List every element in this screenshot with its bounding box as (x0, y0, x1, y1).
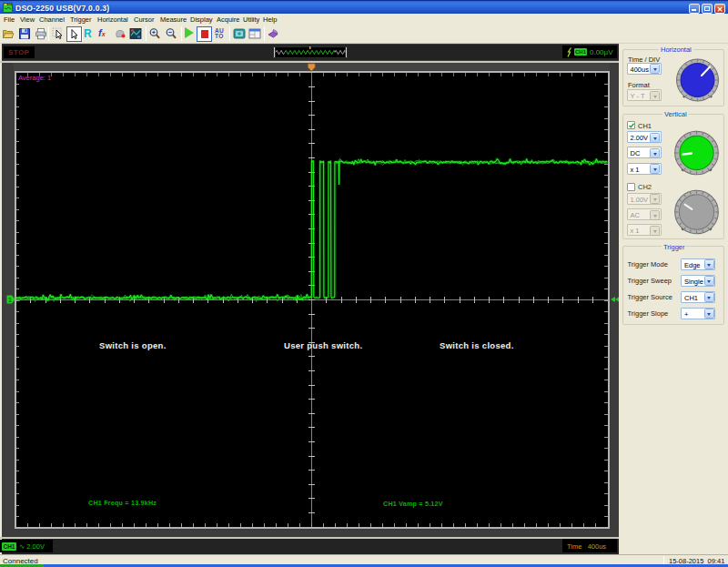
svg-text:1: 1 (8, 297, 12, 303)
